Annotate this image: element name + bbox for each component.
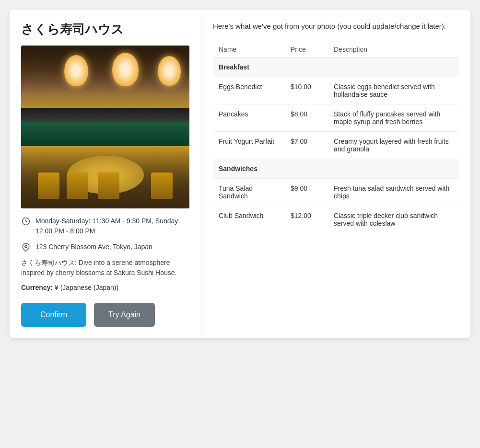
item-description: Fresh tuna salad sandwich served with ch… xyxy=(328,178,459,206)
item-name: Fruit Yogurt Parfait xyxy=(213,131,285,159)
try-again-button[interactable]: Try Again xyxy=(94,303,155,327)
currency-value: ¥ (Japanese (Japan)) xyxy=(55,284,118,291)
chair xyxy=(67,172,88,199)
restaurant-name: さくら寿司ハウス xyxy=(21,21,189,38)
confirm-button[interactable]: Confirm xyxy=(21,303,86,327)
item-name: Eggs Benedict xyxy=(213,77,285,104)
category-name: Breakfast xyxy=(213,57,459,77)
chairs-area xyxy=(31,151,180,199)
item-price: $7.00 xyxy=(285,131,328,159)
col-header-price: Price xyxy=(285,42,328,57)
address-text: 123 Cherry Blossom Ave, Tokyo, Japan xyxy=(35,242,152,252)
item-price: $10.00 xyxy=(285,77,328,104)
currency-label: Currency: xyxy=(21,284,53,291)
right-panel: Here's what we've got from your photo (y… xyxy=(201,10,470,338)
category-row: Sandwiches xyxy=(213,159,459,178)
item-name: Tuna Salad Sandwich xyxy=(213,178,285,206)
item-description: Classic eggs benedict served with hollan… xyxy=(328,77,459,104)
item-name: Pancakes xyxy=(213,104,285,131)
item-price: $12.00 xyxy=(285,206,328,233)
table-row: Fruit Yogurt Parfait$7.00Creamy yogurt l… xyxy=(213,131,459,159)
restaurant-image-inner xyxy=(21,46,189,208)
buttons-row: Confirm Try Again xyxy=(21,303,189,327)
address-row: 123 Cherry Blossom Ave, Tokyo, Japan xyxy=(21,242,189,252)
item-price: $9.00 xyxy=(285,178,328,206)
item-description: Classic triple decker club sandwich serv… xyxy=(328,206,459,233)
chair xyxy=(151,172,173,199)
clock-icon xyxy=(21,217,31,226)
table-row: Club Sandwich$12.00Classic triple decker… xyxy=(213,206,459,233)
item-description: Stack of fluffy pancakes served with map… xyxy=(328,104,459,131)
intro-text: Here's what we've got from your photo (y… xyxy=(213,21,459,32)
main-container: さくら寿司ハウス xyxy=(10,10,470,338)
currency-row: Currency: ¥ (Japanese (Japan)) xyxy=(21,284,189,291)
table-row: Pancakes$8.00Stack of fluffy pancakes se… xyxy=(213,104,459,131)
left-panel: さくら寿司ハウス xyxy=(10,10,201,338)
sushi-bar xyxy=(21,108,189,146)
table-row: Tuna Salad Sandwich$9.00Fresh tuna salad… xyxy=(213,178,459,206)
location-icon xyxy=(21,242,31,252)
category-name: Sandwiches xyxy=(213,159,459,178)
restaurant-image xyxy=(21,46,189,208)
description-text: さくら寿司ハウス: Dive into a serene atmosphere … xyxy=(21,258,189,278)
hours-row: Monday-Saturday: 11:30 AM - 9:30 PM, Sun… xyxy=(21,216,189,236)
item-price: $8.00 xyxy=(285,104,328,131)
col-header-name: Name xyxy=(213,42,285,57)
col-header-description: Description xyxy=(328,42,459,57)
chair xyxy=(98,172,119,199)
info-section: Monday-Saturday: 11:30 AM - 9:30 PM, Sun… xyxy=(21,216,189,291)
svg-point-1 xyxy=(25,245,27,248)
item-name: Club Sandwich xyxy=(213,206,285,233)
hours-text: Monday-Saturday: 11:30 AM - 9:30 PM, Sun… xyxy=(35,216,189,236)
lantern-3 xyxy=(158,56,181,86)
menu-table: Name Price Description BreakfastEggs Ben… xyxy=(213,42,459,233)
category-row: Breakfast xyxy=(213,57,459,77)
table-row: Eggs Benedict$10.00Classic eggs benedict… xyxy=(213,77,459,104)
item-description: Creamy yogurt layered with fresh fruits … xyxy=(328,131,459,159)
lantern-1 xyxy=(64,55,88,86)
table-header-row: Name Price Description xyxy=(213,42,459,57)
chair xyxy=(38,172,59,199)
lantern-2 xyxy=(112,53,139,86)
